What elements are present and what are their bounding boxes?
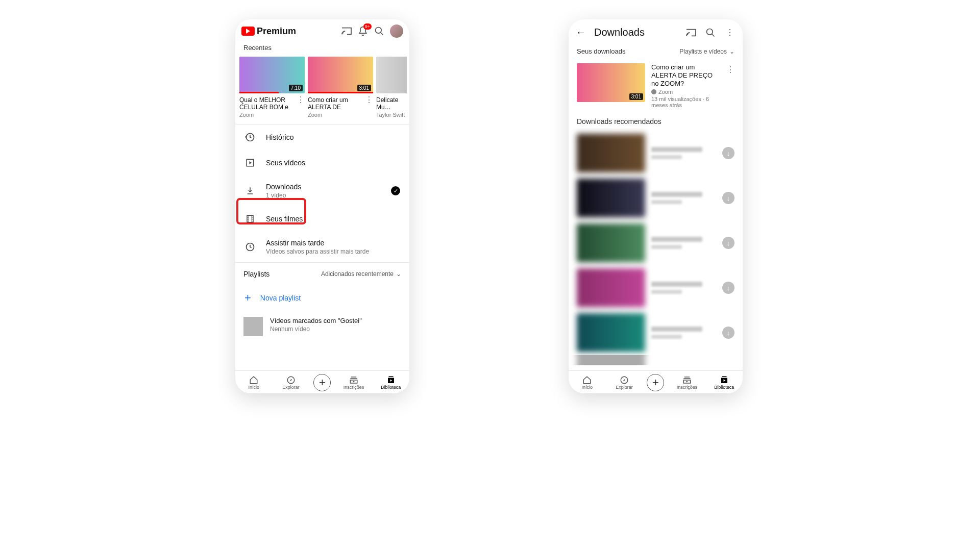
video-title: Delicate Mu… Dance Rehe… <box>376 96 407 111</box>
clock-icon <box>244 241 256 253</box>
video-title: Como criar um ALERTA DE PREÇO no ZOOM? <box>651 63 720 88</box>
notifications-icon[interactable]: 9+ <box>357 26 369 37</box>
library-item-history[interactable]: Histórico <box>235 124 409 150</box>
verified-icon <box>651 89 656 94</box>
download-icon[interactable]: ↓ <box>722 147 734 159</box>
video-thumbnail[interactable]: 7:10 <box>239 57 305 93</box>
recent-item-partial[interactable]: Delicate Mu… Dance Rehe… Taylor Swift <box>376 57 407 118</box>
svg-line-1 <box>381 33 383 35</box>
download-complete-icon: ✓ <box>391 186 400 195</box>
more-vert-icon[interactable]: ⋮ <box>724 27 736 38</box>
liked-videos-playlist[interactable]: Vídeos marcados com "Gostei"Nenhum vídeo <box>235 311 409 342</box>
library-content: Recentes 7:10 Qual o MELHOR CELULAR BOM … <box>235 42 409 370</box>
nav-subscriptions[interactable]: Inscrições <box>673 375 701 390</box>
library-item-watch-later[interactable]: Assistir mais tardeVídeos salvos para as… <box>235 232 409 262</box>
video-thumbnail <box>577 223 645 262</box>
back-icon[interactable]: ← <box>576 27 586 38</box>
topbar: ← Downloads ⋮ <box>569 19 743 43</box>
recent-item[interactable]: 7:10 Qual o MELHOR CELULAR BOM e B… Zoom… <box>239 57 305 118</box>
brand-text: Premium <box>257 26 296 37</box>
bottom-nav: Início Explorar + Inscrições Biblioteca <box>569 370 743 393</box>
download-icon[interactable]: ↓ <box>722 192 734 204</box>
download-icon <box>244 185 256 196</box>
more-vert-icon[interactable]: ⋮ <box>297 93 305 104</box>
cast-icon[interactable] <box>341 26 352 37</box>
plus-icon: + <box>319 376 326 389</box>
topbar: Premium 9+ <box>235 19 409 42</box>
recommended-item[interactable]: ↓ <box>569 265 743 310</box>
downloads-content: Seus downloads Playlists e vídeos⌄ 3:01 … <box>569 43 743 370</box>
video-thumbnail <box>577 313 645 352</box>
library-item-your-movies[interactable]: Seus filmes <box>235 206 409 232</box>
plus-icon: + <box>244 291 251 305</box>
playlists-header: Playlists Adicionados recentemente⌄ <box>235 263 409 285</box>
nav-subscriptions[interactable]: Inscrições <box>339 375 368 390</box>
your-downloads-header: Seus downloads Playlists e vídeos⌄ <box>569 43 743 59</box>
chevron-down-icon: ⌄ <box>396 270 401 278</box>
search-icon[interactable] <box>374 26 385 37</box>
recommended-item[interactable]: ↓ <box>569 220 743 265</box>
playlists-sort[interactable]: Adicionados recentemente⌄ <box>321 270 401 278</box>
video-channel: Zoom <box>239 112 295 118</box>
cast-icon[interactable] <box>685 27 697 38</box>
nav-explore[interactable]: Explorar <box>610 375 639 390</box>
nav-library[interactable]: Biblioteca <box>710 375 739 390</box>
svg-line-8 <box>712 34 715 36</box>
phone-downloads-screen: ← Downloads ⋮ Seus downloads Playlists e… <box>569 19 743 393</box>
recommended-item[interactable]: ↓ <box>569 310 743 355</box>
page-title: Downloads <box>594 27 677 38</box>
video-thumbnail <box>577 179 645 217</box>
youtube-play-icon <box>241 27 255 36</box>
video-channel: Zoom <box>651 89 720 95</box>
nav-home[interactable]: Início <box>239 375 268 390</box>
video-channel: Zoom <box>308 112 363 118</box>
phone-library-screen: Premium 9+ Recentes 7:10 Qual o MELHOR C… <box>235 19 409 393</box>
new-playlist-button[interactable]: + Nova playlist <box>235 285 409 311</box>
recommended-item[interactable] <box>569 355 743 365</box>
recent-label: Recentes <box>235 42 409 57</box>
video-thumbnail <box>577 134 645 172</box>
plus-icon: + <box>652 376 659 389</box>
video-thumbnail <box>577 268 645 307</box>
recommended-item[interactable]: ↓ <box>569 131 743 176</box>
library-item-your-videos[interactable]: Seus vídeos <box>235 150 409 176</box>
library-item-downloads[interactable]: Downloads1 vídeo ✓ <box>235 176 409 206</box>
bottom-nav: Início Explorar + Inscrições Biblioteca <box>235 370 409 393</box>
nav-explore[interactable]: Explorar <box>277 375 305 390</box>
youtube-premium-logo[interactable]: Premium <box>241 26 296 37</box>
nav-create[interactable]: + <box>647 374 664 391</box>
svg-point-7 <box>707 29 713 35</box>
video-title: Qual o MELHOR CELULAR BOM e B… <box>239 96 295 111</box>
video-stats: 13 mil visualizações · 6 meses atrás <box>651 96 720 108</box>
recent-item[interactable]: 3:01 Como criar um ALERTA DE PREÇO … Zoo… <box>308 57 373 118</box>
downloads-sort[interactable]: Playlists e vídeos⌄ <box>679 48 734 55</box>
search-icon[interactable] <box>705 27 716 38</box>
nav-library[interactable]: Biblioteca <box>377 375 405 390</box>
video-title: Como criar um ALERTA DE PREÇO … <box>308 96 363 111</box>
more-vert-icon[interactable]: ⋮ <box>365 93 373 104</box>
recommended-label: Downloads recomendados <box>569 114 743 131</box>
playlist-thumbnail <box>243 317 263 336</box>
notifications-badge: 9+ <box>363 23 372 30</box>
video-thumbnail <box>577 355 645 365</box>
video-thumbnail[interactable]: 3:01 <box>577 63 645 102</box>
nav-create[interactable]: + <box>313 374 331 391</box>
download-icon[interactable]: ↓ <box>722 282 734 294</box>
play-box-icon <box>244 157 256 168</box>
download-icon[interactable]: ↓ <box>722 327 734 339</box>
video-thumbnail[interactable]: 3:01 <box>308 57 373 93</box>
download-item[interactable]: 3:01 Como criar um ALERTA DE PREÇO no ZO… <box>569 59 743 114</box>
more-vert-icon[interactable]: ⋮ <box>726 63 734 108</box>
chevron-down-icon: ⌄ <box>729 48 734 55</box>
video-channel: Taylor Swift <box>376 112 407 118</box>
history-icon <box>244 132 256 143</box>
film-icon <box>244 213 256 224</box>
avatar[interactable] <box>390 24 403 38</box>
video-thumbnail[interactable] <box>376 57 407 93</box>
nav-home[interactable]: Início <box>573 375 601 390</box>
download-icon[interactable]: ↓ <box>722 237 734 249</box>
recent-row: 7:10 Qual o MELHOR CELULAR BOM e B… Zoom… <box>235 57 409 124</box>
recommended-item[interactable]: ↓ <box>569 176 743 220</box>
svg-point-0 <box>376 28 382 34</box>
